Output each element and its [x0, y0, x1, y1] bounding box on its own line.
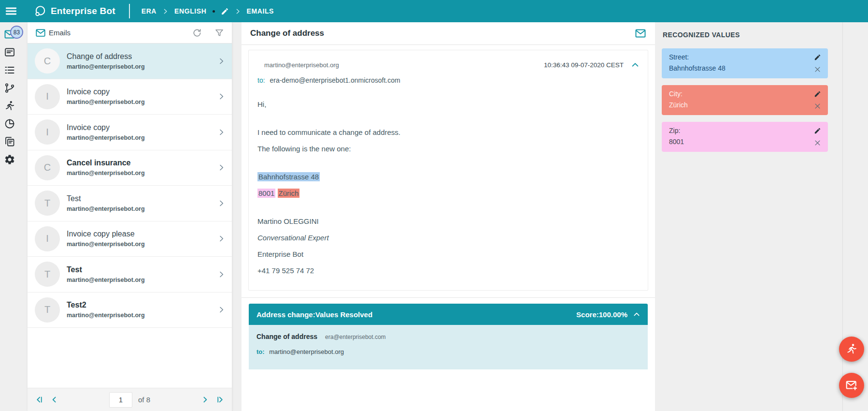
resolved-email-preview: Change of address era@enterprisebot.com …	[249, 325, 648, 369]
detail-title: Change of address	[250, 29, 635, 38]
top-bar: Enterprise Bot ERAENGLISHEMAILS	[0, 0, 868, 22]
previous-page-button[interactable]	[50, 396, 58, 404]
email-row-title: Test	[67, 194, 218, 203]
breadcrumb-chevron-icon	[162, 8, 169, 15]
collapse-intent-button[interactable]	[633, 311, 640, 318]
remove-value-button[interactable]	[814, 103, 821, 110]
email-list-item[interactable]: TTestmartino@enterprisebot.org	[28, 186, 232, 221]
breadcrumb-item-english[interactable]: ENGLISH	[174, 7, 206, 15]
avatar: T	[35, 297, 60, 323]
chevron-right-icon	[218, 235, 225, 242]
email-list-item[interactable]: IInvoice copy pleasemartino@enterprisebo…	[28, 221, 232, 257]
recognized-city-text: Zürich	[278, 189, 300, 198]
value-card-texts: Street:Bahnhofstrasse 48	[669, 53, 813, 73]
avatar: I	[35, 226, 60, 251]
rail-item-analytics[interactable]	[4, 117, 23, 130]
recipient-row: to: era-demo@enterprisebot1.onmicrosoft.…	[257, 76, 639, 84]
edit-language-button[interactable]	[221, 7, 229, 15]
email-row-texts: Invoice copymartino@enterprisebot.org	[67, 88, 218, 105]
body-text: Hi,	[257, 100, 266, 108]
avatar: T	[35, 191, 60, 216]
next-page-button[interactable]	[201, 396, 209, 404]
remove-value-button[interactable]	[814, 66, 821, 73]
branch-icon	[4, 82, 15, 94]
unread-count-badge: 83	[10, 26, 23, 39]
email-row-sender: martino@enterprisebot.org	[67, 206, 218, 212]
left-icon-rail: 83	[0, 22, 28, 411]
breadcrumb-chevron-icon	[235, 8, 241, 15]
email-row-texts: Cancel insurancemartino@enterprisebot.or…	[67, 159, 218, 176]
email-row-sender: martino@enterprisebot.org	[67, 170, 218, 176]
email-row-texts: Test2martino@enterprisebot.org	[67, 301, 218, 319]
email-timestamp: 10:36:43 09-07-2020 CEST	[544, 61, 624, 69]
email-row-title: Change of address	[67, 52, 218, 61]
edited-dot	[213, 10, 215, 13]
rail-item-flows[interactable]	[4, 82, 23, 94]
body-text: Enterprise Bot	[257, 250, 303, 258]
rail-item-settings[interactable]	[4, 153, 23, 166]
email-row-texts: Testmartino@enterprisebot.org	[67, 265, 218, 283]
email-row-sender: martino@enterprisebot.org	[67, 241, 218, 248]
email-list-panel: Emails CChange of addressmartino@enterpr…	[28, 22, 232, 411]
page-number-input[interactable]	[109, 392, 132, 408]
resolved-subject: Change of address	[256, 333, 317, 340]
pagination-bar: of 8	[28, 388, 232, 411]
collapse-email-button[interactable]	[631, 61, 639, 69]
intent-block: Address change:Values Resolved Score:100…	[249, 304, 648, 369]
breadcrumb-item-era[interactable]: ERA	[142, 7, 157, 15]
to-label: to:	[257, 76, 265, 84]
edit-value-button[interactable]	[814, 127, 821, 134]
rail-item-templates[interactable]	[4, 135, 23, 148]
email-list-item[interactable]: TTestmartino@enterprisebot.org	[28, 257, 232, 293]
open-email-button[interactable]	[635, 28, 646, 39]
recognized-value-cards: Street:Bahnhofstrasse 48City:ZürichZip:8…	[662, 48, 828, 152]
hamburger-menu-button[interactable]	[0, 0, 22, 22]
resolved-recipient-row: to: martino@enterprisebot.org	[256, 348, 640, 355]
body-line: +41 79 525 74 72	[257, 265, 639, 277]
rail-item-responses[interactable]	[4, 46, 23, 59]
breadcrumb-item-emails[interactable]: EMAILS	[247, 7, 274, 15]
last-page-button[interactable]	[216, 396, 224, 404]
resolved-sender: era@enterprisebot.com	[325, 334, 386, 340]
edit-value-button[interactable]	[814, 90, 821, 98]
email-list-header: Emails	[28, 22, 232, 44]
email-list-item[interactable]: IInvoice copymartino@enterprisebot.org	[28, 79, 232, 115]
remove-value-button[interactable]	[814, 139, 821, 147]
email-list-item[interactable]: IInvoice copymartino@enterprisebot.org	[28, 115, 232, 150]
rail-item-emails[interactable]: 83	[4, 28, 23, 41]
rail-item-entities[interactable]	[4, 64, 23, 76]
first-page-button[interactable]	[35, 396, 43, 404]
compose-email-fab[interactable]	[839, 373, 864, 398]
hamburger-icon	[5, 5, 17, 17]
intent-banner[interactable]: Address change:Values Resolved Score:100…	[249, 304, 648, 325]
recognized-zip-text: 8001	[257, 189, 275, 198]
training-fab[interactable]	[839, 337, 864, 362]
emails-envelope-icon	[35, 28, 46, 38]
rail-item-training[interactable]	[4, 100, 23, 112]
email-row-sender: martino@enterprisebot.org	[67, 312, 218, 319]
resolved-recipient: martino@enterprisebot.org	[269, 348, 344, 355]
email-row-sender: martino@enterprisebot.org	[67, 134, 218, 141]
body-line: Conversational Expert	[257, 232, 639, 244]
email-row-sender: martino@enterprisebot.org	[67, 277, 218, 283]
email-body: Hi,I need to communicate a change of add…	[257, 99, 639, 277]
email-row-texts: Invoice copymartino@enterprisebot.org	[67, 123, 218, 141]
email-row-title: Invoice copy	[67, 88, 218, 96]
email-list-item[interactable]: CChange of addressmartino@enterprisebot.…	[28, 44, 232, 79]
email-list-item[interactable]: CCancel insurancemartino@enterprisebot.o…	[28, 150, 232, 186]
body-line: 8001 Zürich	[257, 188, 639, 199]
detail-header: Change of address	[242, 22, 655, 45]
refresh-button[interactable]	[192, 28, 202, 38]
recognized-values-title: RECOGNIZED VALUES	[663, 31, 868, 39]
logo-ring-icon	[34, 5, 46, 17]
filter-button[interactable]	[214, 28, 224, 38]
pencil-icon	[221, 7, 229, 15]
intent-title: Address change:Values Resolved	[256, 310, 576, 319]
email-list-item[interactable]: TTest2martino@enterprisebot.org	[28, 293, 232, 328]
chevron-right-icon	[218, 306, 225, 313]
envelope-icon	[635, 28, 646, 39]
edit-value-button[interactable]	[814, 54, 821, 61]
body-text	[275, 189, 277, 197]
recipient-address: era-demo@enterprisebot1.onmicrosoft.com	[270, 76, 400, 84]
sender-address: martino@enterprisebot.org	[257, 61, 544, 69]
